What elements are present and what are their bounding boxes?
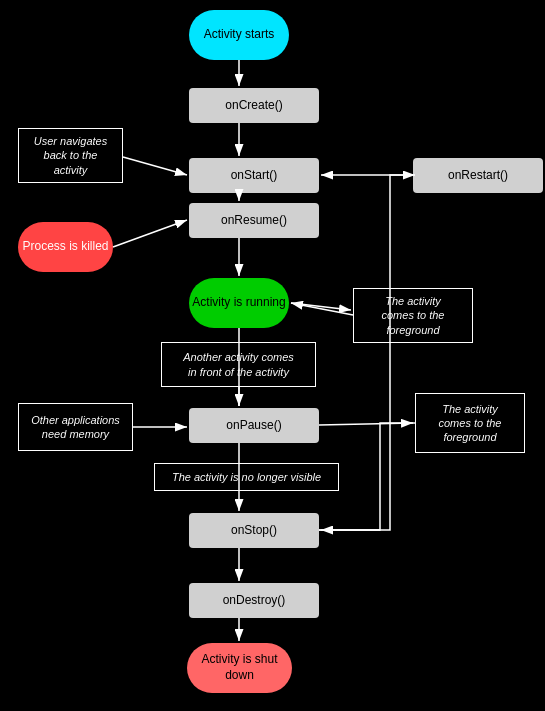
label-user-navigates-text: User navigates back to the activity: [34, 134, 107, 177]
label-foreground-2: The activity comes to the foreground: [415, 393, 525, 453]
svg-line-16: [319, 423, 413, 425]
on-resume-label: onResume(): [221, 213, 287, 229]
activity-starts-label: Activity starts: [204, 27, 275, 43]
on-stop-label: onStop(): [231, 523, 277, 539]
activity-shutdown-label: Activity is shut down: [187, 652, 292, 683]
on-stop-node: onStop(): [189, 513, 319, 548]
label-other-apps: Other applications need memory: [18, 403, 133, 451]
on-create-label: onCreate(): [225, 98, 282, 114]
on-restart-label: onRestart(): [448, 168, 508, 184]
svg-line-12: [113, 220, 187, 247]
on-destroy-label: onDestroy(): [223, 593, 286, 609]
on-resume-node: onResume(): [189, 203, 319, 238]
svg-line-14: [291, 303, 353, 315]
label-foreground-1: The activity comes to the foreground: [353, 288, 473, 343]
activity-running-label: Activity is running: [192, 295, 285, 311]
activity-starts-node: Activity starts: [189, 10, 289, 60]
label-user-navigates: User navigates back to the activity: [18, 128, 123, 183]
process-killed-node: Process is killed: [18, 222, 113, 272]
process-killed-label: Process is killed: [22, 239, 108, 255]
label-no-longer-visible: The activity is no longer visible: [154, 463, 339, 491]
on-destroy-node: onDestroy(): [189, 583, 319, 618]
on-pause-node: onPause(): [189, 408, 319, 443]
label-no-longer-visible-text: The activity is no longer visible: [172, 470, 321, 484]
on-start-label: onStart(): [231, 168, 278, 184]
label-foreground-2-text: The activity comes to the foreground: [439, 402, 502, 445]
label-another-activity: Another activity comes in front of the a…: [161, 342, 316, 387]
on-start-node: onStart(): [189, 158, 319, 193]
label-other-apps-text: Other applications need memory: [31, 413, 120, 442]
label-foreground-1-text: The activity comes to the foreground: [382, 294, 445, 337]
svg-line-11: [123, 157, 187, 175]
svg-line-17: [291, 303, 351, 310]
activity-running-node: Activity is running: [189, 278, 289, 328]
on-pause-label: onPause(): [226, 418, 281, 434]
on-create-node: onCreate(): [189, 88, 319, 123]
on-restart-node: onRestart(): [413, 158, 543, 193]
activity-shutdown-node: Activity is shut down: [187, 643, 292, 693]
label-another-activity-text: Another activity comes in front of the a…: [183, 350, 294, 379]
